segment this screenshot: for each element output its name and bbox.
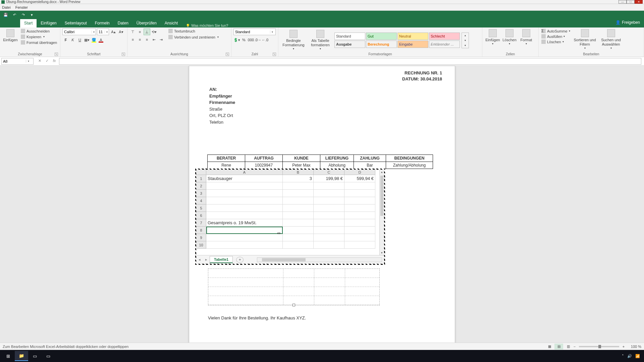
cell-style-neutral[interactable]: Neutral bbox=[397, 33, 428, 40]
name-box[interactable]: ▾ bbox=[1, 58, 34, 65]
new-sheet-button[interactable]: + bbox=[236, 257, 244, 263]
sheet-tab-tabelle1[interactable]: Tabelle1 bbox=[210, 256, 233, 263]
row-header[interactable]: 4 bbox=[196, 197, 206, 204]
zoom-in-button[interactable]: + bbox=[622, 345, 625, 349]
formula-bar[interactable] bbox=[59, 58, 641, 65]
cell-d1[interactable]: 599,94 € bbox=[344, 175, 375, 182]
styles-scroll-down[interactable]: ▾ bbox=[462, 38, 469, 43]
cell-style-eingabe[interactable]: Eingabe bbox=[397, 41, 428, 48]
table-resize-handle[interactable] bbox=[292, 304, 295, 306]
select-all-corner[interactable] bbox=[196, 170, 206, 175]
taskbar-app-2[interactable]: ▭ bbox=[42, 351, 55, 361]
cell-style-standard[interactable]: Standard bbox=[334, 33, 365, 40]
decrease-indent-button[interactable]: ⇤ bbox=[151, 36, 157, 43]
number-dialog-launcher[interactable]: ⤡ bbox=[273, 53, 276, 56]
view-normal-button[interactable]: ▦ bbox=[545, 344, 554, 350]
save-icon[interactable]: 💾 bbox=[3, 12, 9, 17]
delete-cells-button[interactable]: Löschen▾ bbox=[501, 28, 518, 46]
format-as-table-button[interactable]: Als Tabelle formatieren▾ bbox=[308, 29, 333, 51]
scroll-up-arrow[interactable]: ▴ bbox=[380, 170, 384, 174]
menu-window[interactable]: Fenster bbox=[15, 5, 28, 9]
cell-b1[interactable]: 3 bbox=[283, 175, 314, 182]
alignment-dialog-launcher[interactable]: ⤡ bbox=[226, 53, 229, 56]
col-header-a[interactable]: A bbox=[206, 170, 283, 175]
autosum-button[interactable]: ΣAutoSumme▾ bbox=[541, 28, 571, 34]
accounting-format-button[interactable]: 💲▾ bbox=[233, 37, 240, 43]
clipboard-dialog-launcher[interactable]: ⤡ bbox=[55, 53, 58, 56]
minimize-button[interactable]: — bbox=[619, 0, 627, 4]
cell-style-gut[interactable]: Gut bbox=[366, 33, 397, 40]
font-dialog-launcher[interactable]: ⤡ bbox=[122, 53, 125, 56]
sort-filter-button[interactable]: Sortieren und Filtern▾ bbox=[573, 28, 597, 51]
align-center-button[interactable]: ≡ bbox=[137, 36, 143, 43]
vertical-scrollbar[interactable]: ▴ ▾ bbox=[379, 170, 384, 255]
menu-file[interactable]: Datei bbox=[2, 5, 11, 9]
qat-customize-icon[interactable]: ▾ bbox=[29, 12, 35, 17]
zoom-level[interactable]: 100 % bbox=[625, 345, 641, 349]
enter-formula-button[interactable]: ✓ bbox=[44, 58, 50, 64]
row-header[interactable]: 9 bbox=[196, 234, 206, 241]
grow-font-button[interactable]: A▴ bbox=[110, 28, 117, 35]
decrease-decimal-button[interactable]: ←.0 bbox=[262, 37, 268, 43]
clear-button[interactable]: Löschen▾ bbox=[541, 39, 571, 44]
font-name-combo[interactable]: ▾ bbox=[62, 28, 96, 35]
volume-icon[interactable]: 🔊 bbox=[627, 354, 632, 358]
embedded-excel-object[interactable]: A B C D 1 2 3 4 5 6 7 8 9 10 Staubsauger bbox=[195, 169, 385, 265]
merge-center-button[interactable]: Verbinden und zentrieren▾ bbox=[168, 35, 219, 40]
italic-button[interactable]: K bbox=[69, 37, 76, 43]
col-header-b[interactable]: B bbox=[283, 170, 314, 175]
shrink-font-button[interactable]: A▾ bbox=[118, 28, 124, 35]
wrap-text-button[interactable]: Textumbruch bbox=[168, 28, 219, 34]
cut-button[interactable]: Ausschneiden bbox=[20, 28, 58, 34]
tab-einfuegen[interactable]: Einfügen bbox=[37, 19, 60, 27]
cell-style-erklaerend[interactable]: Erklärender ... bbox=[429, 41, 460, 48]
zoom-slider[interactable] bbox=[579, 346, 619, 347]
underline-button[interactable]: U bbox=[76, 37, 83, 43]
col-header-d[interactable]: D bbox=[344, 170, 375, 175]
number-format-combo[interactable]: ▾ bbox=[233, 28, 276, 35]
align-middle-button[interactable]: ≡ bbox=[137, 28, 143, 35]
orientation-button[interactable]: ⟲▾ bbox=[151, 28, 157, 35]
col-header-c[interactable]: C bbox=[314, 170, 344, 175]
insert-function-button[interactable]: fx bbox=[51, 58, 58, 64]
cell-style-berechnung[interactable]: Berechnung bbox=[366, 41, 397, 48]
horizontal-scrollbar[interactable] bbox=[257, 257, 382, 262]
cell-a7[interactable]: Gesamtpreis o. 19 MwSt. bbox=[206, 219, 283, 227]
redo-icon[interactable]: ↷ bbox=[20, 12, 26, 17]
sheet-nav-prev[interactable]: ◂ bbox=[196, 257, 203, 262]
fill-button[interactable]: Ausfüllen▾ bbox=[541, 34, 571, 39]
borders-button[interactable]: ▦▾ bbox=[84, 37, 90, 43]
start-button[interactable]: ⊞ bbox=[1, 351, 15, 361]
view-page-layout-button[interactable]: ▤ bbox=[554, 344, 563, 350]
align-bottom-button[interactable]: ⊥ bbox=[144, 28, 150, 35]
styles-gallery-more[interactable]: ▾ bbox=[462, 43, 469, 48]
percent-format-button[interactable]: % bbox=[240, 37, 247, 43]
tab-formeln[interactable]: Formeln bbox=[91, 19, 114, 27]
increase-decimal-button[interactable]: .0→ bbox=[255, 37, 261, 43]
tab-seitenlayout[interactable]: Seitenlayout bbox=[61, 19, 91, 27]
cell-style-schlecht[interactable]: Schlecht bbox=[429, 33, 460, 40]
tell-me-search[interactable]: Was möchten Sie tun? bbox=[186, 23, 228, 27]
increase-indent-button[interactable]: ⇥ bbox=[158, 36, 164, 43]
styles-scroll-up[interactable]: ▴ bbox=[462, 33, 469, 38]
sheet-nav-next[interactable]: ▸ bbox=[203, 257, 210, 262]
fill-color-button[interactable]: 🪣 bbox=[91, 37, 97, 43]
insert-cells-button[interactable]: Einfügen▾ bbox=[484, 28, 501, 46]
name-box-dropdown[interactable]: ▾ bbox=[26, 60, 31, 63]
format-cells-button[interactable]: Format▾ bbox=[518, 28, 535, 46]
row-header[interactable]: 3 bbox=[196, 190, 206, 197]
cancel-formula-button[interactable]: ✕ bbox=[36, 58, 43, 64]
row-header[interactable]: 5 bbox=[196, 204, 206, 212]
zoom-out-button[interactable]: − bbox=[573, 345, 576, 349]
align-top-button[interactable]: ⊤ bbox=[129, 28, 136, 35]
maximize-button[interactable]: □ bbox=[627, 0, 635, 4]
align-left-button[interactable]: ≡ bbox=[129, 36, 136, 43]
row-header[interactable]: 1 bbox=[196, 175, 206, 182]
system-tray[interactable]: ˄ 🔊 📶 bbox=[622, 354, 643, 358]
paste-button[interactable]: Einfügen bbox=[2, 28, 19, 43]
row-header[interactable]: 7 bbox=[196, 219, 206, 227]
cell-grid[interactable]: Staubsauger 3 199,98 € 599,94 € Gesamtpr… bbox=[206, 175, 379, 255]
cell-a1[interactable]: Staubsauger bbox=[206, 175, 283, 182]
taskbar-file-explorer[interactable]: 📁 bbox=[15, 351, 28, 361]
share-button[interactable]: 👤 Freigeben bbox=[615, 20, 640, 25]
